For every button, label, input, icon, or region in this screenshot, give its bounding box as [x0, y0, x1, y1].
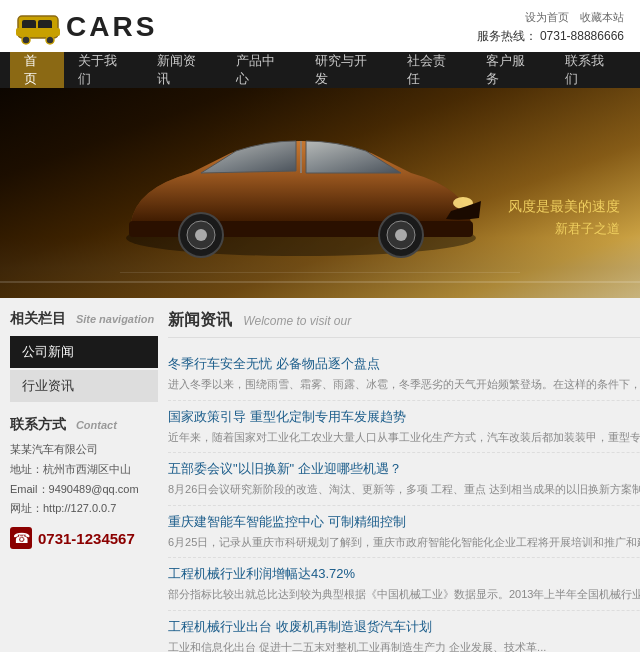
hero-text: 风度是最美的速度 新君子之道	[508, 198, 620, 238]
news-item-desc: 近年来，随着国家对工业化工农业大量人口从事工业化生产方式，汽车改装后都加装装甲，…	[168, 429, 640, 446]
nav-item-rd[interactable]: 研究与开发	[301, 52, 393, 88]
news-item: 国家政策引导 重型化定制专用车发展趋势 2014-12-04 近年来，随着国家对…	[168, 401, 640, 454]
sidebar-btn-company-news[interactable]: 公司新闻	[10, 336, 158, 368]
company-name: 某某汽车有限公司	[10, 440, 158, 460]
quick-links: 设为首页 收藏本站	[477, 10, 624, 25]
email: Email：9490489@qq.com	[10, 480, 158, 500]
header: CARS 设为首页 收藏本站 服务热线： 0731-88886666 首页 关于…	[0, 0, 640, 88]
header-right: 设为首页 收藏本站 服务热线： 0731-88886666	[477, 10, 624, 45]
news-item-desc: 8月26日会议研究新阶段的改造、淘汰、更新等，多项 工程、重点 达到相当成果的以…	[168, 481, 640, 498]
news-item-title[interactable]: 工程机械行业利润增幅达43.72%	[168, 565, 640, 583]
news-title: 新闻资讯	[168, 311, 232, 328]
news-item: 冬季行车安全无忧 必备物品逐个盘点 2014-12-04 进入冬季以来，围绕雨雪…	[168, 348, 640, 401]
news-item: 重庆建智能车智能监控中心 可制精细控制 2014-12-04 6月25日，记录从…	[168, 506, 640, 559]
header-top: CARS 设为首页 收藏本站 服务热线： 0731-88886666	[0, 0, 640, 52]
nav-item-home[interactable]: 首页	[10, 52, 64, 88]
sidebar-related-title: 相关栏目 Site navigation	[10, 310, 158, 328]
set-home-link[interactable]: 设为首页	[525, 11, 569, 23]
contact-phone: ☎ 0731-1234567	[10, 527, 158, 549]
address: 地址：杭州市西湖区中山	[10, 460, 158, 480]
svg-point-3	[22, 36, 30, 44]
nav-item-service[interactable]: 客户服务	[472, 52, 551, 88]
hero-slogan2: 新君子之道	[508, 220, 620, 238]
news-item-title[interactable]: 冬季行车安全无忧 必备物品逐个盘点	[168, 355, 640, 373]
hero-car-svg	[111, 123, 491, 273]
contact-info: 某某汽车有限公司 地址：杭州市西湖区中山 Email：9490489@qq.co…	[10, 440, 158, 519]
news-item: 工程机械行业利润增幅达43.72% 2014-12-04 部分指标比较出就总比达…	[168, 558, 640, 611]
nav-item-contact[interactable]: 联系我们	[551, 52, 630, 88]
news-item-desc: 进入冬季以来，围绕雨雪、霜雾、雨露、冰雹，冬季恶劣的天气开始频繁登场。在这样的条…	[168, 376, 640, 393]
news-item-title[interactable]: 五部委会议"以旧换新" 企业迎哪些机遇？	[168, 460, 640, 478]
nav-item-about[interactable]: 关于我们	[64, 52, 143, 88]
news-item-desc: 工业和信息化出台 促进十二五末对整机工业再制造生产力 企业发展、技术革...	[168, 639, 640, 653]
contact-subtitle: Contact	[76, 419, 117, 431]
nav-item-news[interactable]: 新闻资讯	[143, 52, 222, 88]
news-item: 工程机械行业出台 收废机再制造退货汽车计划 2014-12-04 工业和信息化出…	[168, 611, 640, 653]
logo-text: CARS	[66, 11, 157, 43]
news-item: 五部委会议"以旧换新" 企业迎哪些机遇？ 2014-12-04 8月26日会议研…	[168, 453, 640, 506]
svg-rect-5	[16, 28, 60, 36]
main-nav: 首页 关于我们 新闻资讯 产品中心 研究与开发 社会责任 客户服务 联系我们	[0, 52, 640, 88]
service-phone-number: 0731-88886666	[540, 29, 624, 43]
news-item-desc: 6月25日，记录从重庆市科研规划了解到，重庆市政府智能化智能化企业工程将开展培训…	[168, 534, 640, 551]
add-favorite-link[interactable]: 收藏本站	[580, 11, 624, 23]
news-item-title[interactable]: 重庆建智能车智能监控中心 可制精细控制	[168, 513, 640, 531]
logo-icon	[16, 8, 60, 46]
news-header: 新闻资讯 Welcome to visit our 主页 >> 新闻资讯 »	[168, 310, 640, 338]
news-title-area: 新闻资讯 Welcome to visit our	[168, 310, 351, 331]
service-phone: 服务热线： 0731-88886666	[477, 28, 624, 45]
hero-slogan1: 风度是最美的速度	[508, 198, 620, 216]
news-subtitle: Welcome to visit our	[243, 314, 351, 328]
service-label: 服务热线：	[477, 29, 537, 43]
svg-point-11	[195, 229, 207, 241]
svg-point-14	[395, 229, 407, 241]
website: 网址：http://127.0.0.7	[10, 499, 158, 519]
nav-item-products[interactable]: 产品中心	[222, 52, 301, 88]
news-item-desc: 部分指标比较出就总比达到较为典型根据《中国机械工业》数据显示。2013年上半年全…	[168, 586, 640, 603]
logo-area: CARS	[16, 8, 157, 46]
hero-banner: 风度是最美的速度 新君子之道	[0, 88, 640, 298]
news-item-title[interactable]: 工程机械行业出台 收废机再制造退货汽车计划	[168, 618, 640, 636]
phone-icon: ☎	[10, 527, 32, 549]
contact-title: 联系方式 Contact	[10, 416, 158, 434]
main-content: 相关栏目 Site navigation 公司新闻 行业资讯 联系方式 Cont…	[0, 298, 640, 652]
phone-number: 0731-1234567	[38, 530, 135, 547]
nav-item-csr[interactable]: 社会责任	[393, 52, 472, 88]
news-item-title[interactable]: 国家政策引导 重型化定制专用车发展趋势	[168, 408, 640, 426]
sidebar: 相关栏目 Site navigation 公司新闻 行业资讯 联系方式 Cont…	[10, 310, 158, 652]
sidebar-btn-industry-news[interactable]: 行业资讯	[10, 370, 158, 402]
contact-section: 联系方式 Contact 某某汽车有限公司 地址：杭州市西湖区中山 Email：…	[10, 416, 158, 549]
news-section: 新闻资讯 Welcome to visit our 主页 >> 新闻资讯 » 冬…	[168, 310, 640, 652]
sidebar-related-subtitle: Site navigation	[76, 313, 154, 325]
svg-point-4	[46, 36, 54, 44]
